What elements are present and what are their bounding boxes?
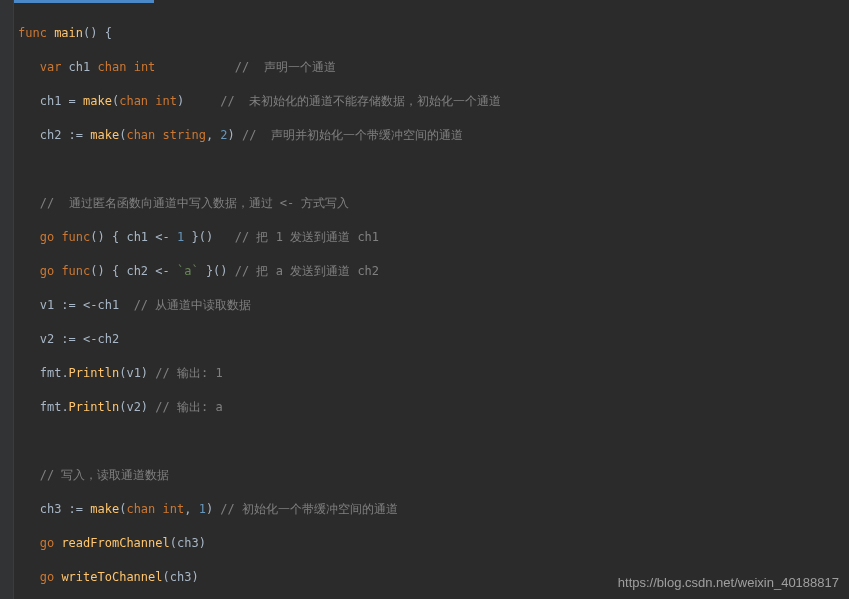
- comment: // 把 a 发送到通道 ch2: [235, 264, 379, 278]
- anon-body: () { ch2 <-: [90, 264, 177, 278]
- keyword-go: go: [40, 536, 54, 550]
- num-2: 2: [220, 128, 227, 142]
- comment: // 未初始化的通道不能存储数据，初始化一个通道: [220, 94, 501, 108]
- call-readfrom: readFromChannel: [61, 536, 169, 550]
- type-chan-int: chan int: [126, 502, 184, 516]
- arg-v1: (v1): [119, 366, 148, 380]
- call-make: make: [83, 94, 112, 108]
- watermark: https://blog.csdn.net/weixin_40188817: [618, 574, 839, 591]
- pkg-fmt: fmt: [40, 400, 62, 414]
- string-a: `a`: [177, 264, 199, 278]
- ident-ch1: ch1: [69, 60, 91, 74]
- call-writeto: writeToChannel: [61, 570, 162, 584]
- assign-ch2: ch2 :=: [40, 128, 91, 142]
- tab-indicator: [14, 0, 154, 3]
- anon-end: }(): [199, 264, 228, 278]
- keyword-var: var: [40, 60, 62, 74]
- comment: // 输出: 1: [155, 366, 222, 380]
- assign-ch3: ch3 :=: [40, 502, 91, 516]
- stmt-v2: v2 := <-ch2: [40, 332, 119, 346]
- code-editor[interactable]: func main() { var ch1 chan int // 声明一个通道…: [0, 0, 849, 599]
- arg-ch3: (ch3): [170, 536, 206, 550]
- call-println: Println: [69, 366, 120, 380]
- arg-ch3: (ch3): [163, 570, 199, 584]
- assign-ch1: ch1 =: [40, 94, 83, 108]
- comment: // 输出: a: [155, 400, 222, 414]
- keyword-func: func: [61, 230, 90, 244]
- comment: // 把 1 发送到通道 ch1: [235, 230, 379, 244]
- comment: // 通过匿名函数向通道中写入数据，通过 <- 方式写入: [40, 196, 350, 210]
- stmt-v1: v1 := <-ch1: [40, 298, 119, 312]
- comment: // 声明并初始化一个带缓冲空间的通道: [242, 128, 463, 142]
- call-println: Println: [69, 400, 120, 414]
- type-chan-string: chan string: [126, 128, 205, 142]
- call-make: make: [90, 128, 119, 142]
- type-chan-int: chan int: [119, 94, 177, 108]
- comment: // 从通道中读取数据: [134, 298, 252, 312]
- comment: // 声明一个通道: [235, 60, 336, 74]
- keyword-func: func: [18, 26, 47, 40]
- gutter: [0, 0, 14, 599]
- comment: // 初始化一个带缓冲空间的通道: [220, 502, 398, 516]
- keyword-go: go: [40, 570, 54, 584]
- call-make: make: [90, 502, 119, 516]
- arg-v2: (v2): [119, 400, 148, 414]
- keyword-go: go: [40, 230, 54, 244]
- pkg-fmt: fmt: [40, 366, 62, 380]
- num-1: 1: [199, 502, 206, 516]
- anon-body: () { ch1 <-: [90, 230, 177, 244]
- keyword-func: func: [61, 264, 90, 278]
- type-chan-int: chan int: [98, 60, 156, 74]
- anon-end: }(): [184, 230, 213, 244]
- sig-rest: () {: [83, 26, 112, 40]
- keyword-go: go: [40, 264, 54, 278]
- func-name-main: main: [54, 26, 83, 40]
- comment: // 写入，读取通道数据: [40, 468, 170, 482]
